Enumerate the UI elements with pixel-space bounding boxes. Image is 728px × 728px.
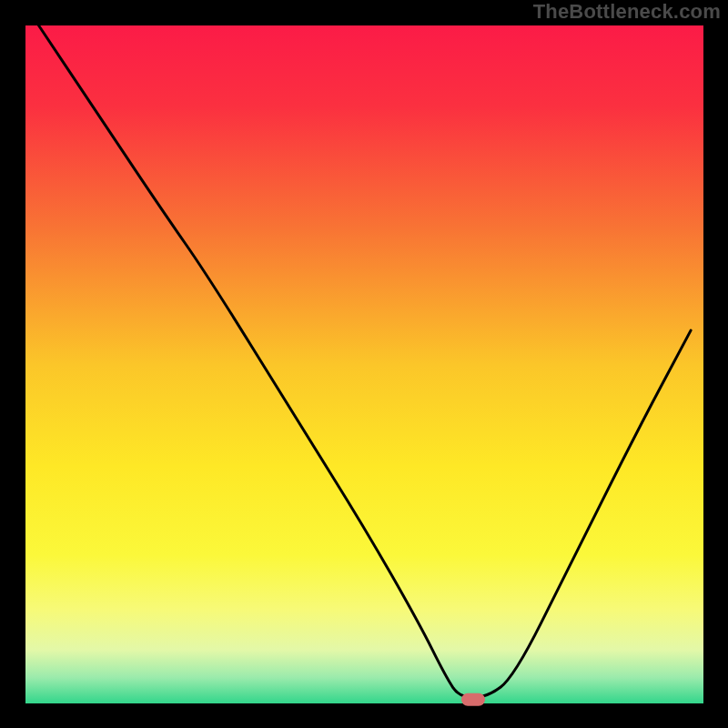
watermark-text: TheBottleneck.com — [533, 0, 721, 24]
optimal-marker — [461, 693, 485, 706]
chart-container: TheBottleneck.com — [0, 0, 728, 728]
bottleneck-chart — [0, 0, 728, 728]
plot-background — [25, 25, 704, 704]
